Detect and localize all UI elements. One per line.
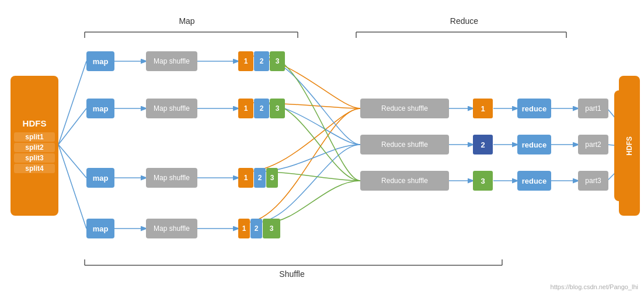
- reduce-box-2: reduce: [517, 171, 551, 191]
- map-box-1: map: [86, 99, 114, 118]
- partition-group-2: 1 2 3: [238, 168, 278, 188]
- part-cell-1-2: 3: [270, 99, 285, 118]
- part-cell-3-0: 1: [238, 219, 250, 238]
- hdfs-left-split1: split1: [14, 132, 55, 142]
- hdfs-left-split2: split2: [14, 143, 55, 152]
- output-part-0: part1: [578, 99, 608, 118]
- svg-line-1: [58, 108, 86, 145]
- part-cell-1-1: 2: [254, 99, 269, 118]
- map-box-3: map: [86, 219, 114, 238]
- mapshuffle-box-2: Map shuffle: [146, 168, 197, 188]
- part-cell-2-1: 2: [254, 168, 266, 188]
- reduce-box-0: reduce: [517, 99, 551, 118]
- part-cell-0-0: 1: [238, 51, 253, 71]
- svg-line-2: [58, 145, 86, 178]
- map-box-0: map: [86, 51, 114, 71]
- hdfs-left: HDFS split1 split2 split3 split4: [11, 76, 58, 216]
- reduce-shuffle-box-0: Reduce shuffle: [360, 99, 449, 118]
- part-cell-2-0: 1: [238, 168, 253, 188]
- part-cell-3-1: 2: [250, 219, 262, 238]
- reduce-part-2: 3: [473, 171, 493, 191]
- part-cell-3-2: 3: [263, 219, 280, 238]
- partition-group-1: 1 2 3: [238, 99, 285, 118]
- svg-line-3: [58, 145, 86, 229]
- watermark: https://blog.csdn.net/Pango_lhi: [551, 283, 638, 290]
- reduce-box-1: reduce: [517, 135, 551, 154]
- map-box-2: map: [86, 168, 114, 188]
- output-part-2: part3: [578, 171, 608, 191]
- map-label: Map: [169, 16, 204, 26]
- part-cell-2-2: 3: [266, 168, 278, 188]
- diagram: Map Reduce HDFS split1 split2 split3 spl…: [0, 0, 644, 295]
- part-cell-0-2: 3: [270, 51, 285, 71]
- reduce-shuffle-box-1: Reduce shuffle: [360, 135, 449, 154]
- partition-group-3: 1 2 3: [238, 219, 280, 238]
- shuffle-label: Shuffle: [263, 269, 321, 279]
- mapshuffle-box-3: Map shuffle: [146, 219, 197, 238]
- hdfs-left-split3: split3: [14, 153, 55, 163]
- reduce-part-0: 1: [473, 99, 493, 118]
- output-part-1: part2: [578, 135, 608, 154]
- part-cell-0-1: 2: [254, 51, 269, 71]
- hdfs-right-label: HDFS: [625, 136, 633, 156]
- mapshuffle-box-0: Map shuffle: [146, 51, 197, 71]
- partition-group-0: 1 2 3: [238, 51, 285, 71]
- reduce-part-1: 2: [473, 135, 493, 154]
- reduce-label: Reduce: [441, 16, 488, 26]
- mapshuffle-box-1: Map shuffle: [146, 99, 197, 118]
- hdfs-right-box: HDFS: [619, 76, 640, 216]
- part-cell-1-0: 1: [238, 99, 253, 118]
- hdfs-left-title: HDFS: [23, 118, 47, 128]
- svg-line-0: [58, 61, 86, 145]
- hdfs-left-split4: split4: [14, 164, 55, 173]
- reduce-shuffle-box-2: Reduce shuffle: [360, 171, 449, 191]
